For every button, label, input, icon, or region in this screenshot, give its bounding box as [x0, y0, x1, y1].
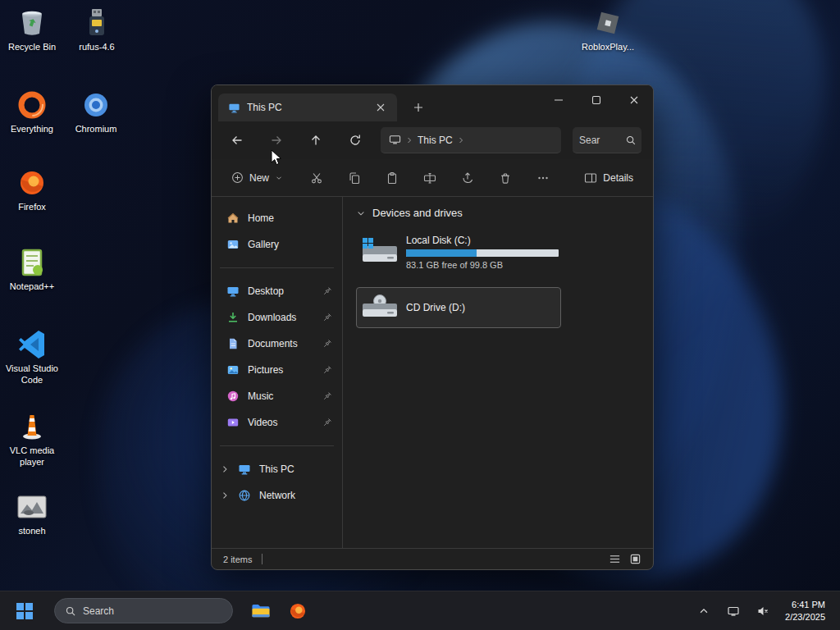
back-button[interactable]: [223, 127, 251, 153]
maximize-button[interactable]: [578, 85, 615, 115]
taskbar-search-input[interactable]: Search: [54, 598, 233, 623]
sidebar-separator: [220, 267, 334, 268]
sidebar-item-gallery[interactable]: Gallery: [215, 231, 339, 258]
chevron-right-icon: [456, 135, 466, 145]
plus-circle-icon: [231, 171, 244, 184]
breadcrumb[interactable]: This PC: [418, 135, 453, 146]
sidebar-item-documents[interactable]: Documents: [215, 331, 339, 357]
rename-icon: [423, 171, 436, 185]
sidebar-item-home[interactable]: Home: [215, 205, 339, 231]
sidebar-item-videos[interactable]: Videos: [215, 409, 339, 436]
new-tab-button[interactable]: [409, 98, 428, 117]
rename-button[interactable]: [414, 164, 445, 192]
pictures-icon: [226, 363, 240, 377]
sidebar-item-this-pc[interactable]: This PC: [215, 456, 339, 482]
recycle-bin-icon: [16, 7, 48, 39]
cut-button[interactable]: [301, 164, 332, 192]
ellipsis-icon: [536, 171, 550, 185]
cd-drive-icon: [362, 294, 398, 322]
tray-network-button[interactable]: [721, 595, 746, 628]
delete-button[interactable]: [490, 164, 521, 192]
sidebar-item-label: Downloads: [248, 312, 296, 323]
more-options-button[interactable]: [527, 164, 559, 192]
sidebar-item-downloads[interactable]: Downloads: [215, 304, 339, 331]
desktop-icon-label: Firefox: [18, 202, 46, 213]
tab-this-pc[interactable]: This PC: [218, 94, 397, 121]
copy-icon: [348, 171, 361, 185]
explorer-main: Home Gallery Desktop: [212, 197, 653, 548]
details-button[interactable]: Details: [576, 167, 641, 189]
sidebar-item-label: Videos: [248, 417, 277, 428]
drive-free-space: 83.1 GB free of 99.8 GB: [406, 260, 555, 270]
large-icons-view-icon[interactable]: [629, 553, 641, 565]
chevron-right-icon: [220, 491, 230, 500]
new-button[interactable]: New: [223, 167, 291, 189]
desktop-icon-recycle-bin[interactable]: Recycle Bin: [0, 7, 64, 53]
pin-icon: [322, 365, 332, 375]
arrow-up-icon: [309, 134, 322, 147]
desktop-icon-notepadpp[interactable]: Notepad++: [0, 246, 64, 293]
sidebar-separator: [220, 445, 334, 446]
tray-volume-muted-button[interactable]: [751, 595, 775, 628]
start-button[interactable]: [8, 595, 41, 628]
list-view-icon[interactable]: [609, 553, 621, 565]
explorer-search-input[interactable]: Sear: [573, 127, 641, 153]
everything-icon: [16, 89, 48, 121]
chevron-right-icon: [220, 464, 230, 474]
chevron-down-icon: [356, 208, 366, 218]
sidebar-item-label: Music: [248, 390, 273, 402]
minimize-button[interactable]: [540, 85, 578, 115]
address-bar[interactable]: This PC: [381, 127, 561, 153]
taskbar-file-explorer-button[interactable]: [244, 595, 277, 628]
share-icon: [461, 171, 474, 185]
desktop-icon-everything[interactable]: Everything: [0, 89, 64, 135]
vlc-icon: [16, 410, 48, 443]
usb-drive-icon: [80, 7, 113, 39]
share-button[interactable]: [452, 164, 483, 192]
arrow-left-icon: [231, 134, 244, 147]
pin-icon: [322, 313, 332, 322]
titlebar[interactable]: This PC: [212, 85, 653, 121]
monitor-icon: [228, 102, 240, 114]
stoneh-image-icon: [16, 491, 48, 523]
paste-button[interactable]: [377, 164, 408, 192]
status-divider: [262, 554, 262, 564]
sidebar-item-music[interactable]: Music: [215, 383, 339, 409]
taskbar-clock[interactable]: 6:41 PM 2/23/2025: [785, 599, 825, 623]
search-icon: [65, 605, 76, 617]
desktop-icon-vscode[interactable]: Visual Studio Code: [0, 328, 64, 386]
search-icon: [625, 135, 637, 146]
explorer-window: This PC: [211, 84, 654, 570]
plus-icon: [413, 103, 423, 112]
search-text: Sear: [579, 135, 625, 146]
close-button[interactable]: [615, 85, 653, 115]
copy-button[interactable]: [339, 164, 370, 192]
chevron-down-icon: [275, 174, 283, 182]
desktop-icon-rufus[interactable]: rufus-4.6: [65, 7, 129, 53]
navigation-bar: This PC Sear: [212, 121, 653, 159]
tab-title: This PC: [247, 102, 364, 113]
drive-local-disk-c[interactable]: Local Disk (C:) 83.1 GB free of 99.8 GB: [356, 229, 561, 276]
desktop-icon-roblox[interactable]: RobloxPlay...: [576, 7, 640, 53]
sidebar-item-network[interactable]: Network: [215, 482, 339, 509]
drive-cd-d[interactable]: CD Drive (D:): [356, 287, 561, 328]
forward-button[interactable]: [262, 127, 290, 153]
gallery-icon: [226, 238, 240, 251]
taskbar-firefox-button[interactable]: [281, 595, 314, 628]
tray-overflow-button[interactable]: [692, 595, 716, 628]
refresh-button[interactable]: [341, 127, 369, 153]
desktop-icon-stoneh[interactable]: stoneh: [0, 491, 64, 537]
desktop-icon-firefox[interactable]: Firefox: [0, 167, 64, 213]
arrow-right-icon: [270, 134, 283, 147]
clock-date: 2/23/2025: [785, 611, 825, 623]
sidebar-item-pictures[interactable]: Pictures: [215, 357, 339, 383]
desktop-icon-chromium[interactable]: Chromium: [64, 89, 128, 135]
desktop-icon-vlc[interactable]: VLC media player: [0, 410, 64, 468]
sidebar-item-desktop[interactable]: Desktop: [215, 278, 339, 304]
devices-and-drives-header[interactable]: Devices and drives: [356, 207, 640, 219]
firefox-icon: [287, 600, 308, 622]
monitor-icon: [389, 134, 401, 146]
up-button[interactable]: [302, 127, 330, 153]
pin-icon: [322, 286, 332, 296]
tab-close-button[interactable]: [371, 98, 390, 117]
